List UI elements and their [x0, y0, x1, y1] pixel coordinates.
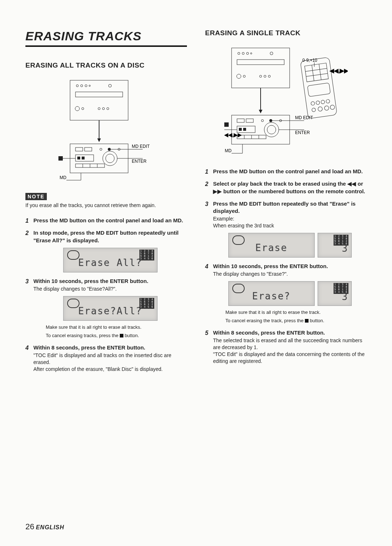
step-head: Press the MD button on the control panel… [213, 168, 363, 174]
svg-point-44 [264, 75, 266, 77]
svg-rect-52 [307, 83, 330, 97]
lcd-grid: 1 2 3 4 5 6 7 8 9 0 1 2 3 4 5 6 [139, 298, 154, 309]
svg-line-51 [306, 73, 327, 76]
right-column: ERASING A SINGLE TRACK [205, 29, 367, 378]
svg-rect-6 [75, 92, 123, 97]
svg-point-67 [261, 120, 264, 122]
rewff-icon: ◀◀,▶▶ [224, 132, 242, 138]
step-body: Example: When erasing the 3rd track [213, 215, 367, 229]
lcd-display-icon: Erase [228, 233, 315, 258]
svg-point-42 [243, 75, 245, 77]
step-number: 5 [205, 329, 208, 337]
step-footnote: To cancel erasing the track, press the b… [225, 318, 367, 324]
svg-rect-47 [305, 63, 328, 82]
svg-point-38 [250, 53, 252, 54]
lcd-grid: 1 2 3 4 5 6 7 8 9 0 1 2 3 4 5 6 [139, 250, 154, 260]
svg-point-73 [264, 122, 279, 137]
svg-point-59 [324, 106, 329, 111]
svg-point-23 [103, 151, 117, 166]
step-number: 3 [205, 200, 208, 208]
right-step-1: 1 Press the MD button on the control pan… [205, 168, 367, 175]
step-body: The display changes to "Erase?". [213, 271, 367, 278]
svg-point-43 [260, 75, 262, 77]
lcd-display-icon: 1 2 3 4 5 6 7 8 9 0 1 2 3 4 5 6 3 [318, 281, 352, 306]
svg-point-35 [238, 52, 240, 54]
step-head: Select or play back the track to be eras… [213, 181, 365, 194]
svg-rect-21 [77, 157, 80, 159]
left-step-2: 2 In stop mode, press the MD EDIT button… [25, 229, 187, 272]
svg-rect-40 [237, 60, 284, 65]
label-md-edit: MD EDIT [132, 144, 150, 149]
lcd-text: Erase? [232, 290, 311, 303]
svg-line-48 [312, 65, 314, 81]
lcd-number: 3 [342, 291, 348, 303]
stop-icon [224, 122, 229, 127]
step-number: 2 [25, 229, 29, 237]
step-body: "TOC Edit" is displayed and all tracks o… [33, 352, 187, 373]
step-number: 4 [25, 344, 29, 352]
right-diagram: 0-9,+10 ◀◀,▶▶ [224, 44, 348, 161]
step-head: In stop mode, press the MD EDIT button r… [33, 230, 179, 243]
label-enter: ENTER [132, 159, 147, 164]
svg-line-49 [319, 64, 321, 80]
foot-text: button. [310, 318, 324, 323]
right-subtitle: ERASING A SINGLE TRACK [205, 29, 367, 37]
stereo-remote-diagram-icon: 0-9,+10 ◀◀,▶▶ [224, 44, 348, 161]
right-step-4: 4 Within 10 seconds, press the ENTER but… [205, 263, 367, 324]
label-md: MD [60, 175, 66, 180]
right-step-3: 3 Press the MD EDIT button repeatedly so… [205, 200, 367, 258]
lcd-display-icon: 1 2 3 4 5 6 7 8 9 0 1 2 3 4 5 6 Erase Al… [63, 248, 158, 272]
svg-point-3 [85, 85, 87, 87]
disc-icon [67, 299, 79, 308]
lcd-display-icon: 1 2 3 4 5 6 7 8 9 0 1 2 3 4 5 6 Erase?Al… [63, 296, 158, 321]
left-step-1: 1 Press the MD button on the control pan… [25, 217, 187, 224]
label-enter: ENTER [295, 130, 310, 135]
svg-point-60 [330, 105, 335, 110]
step-head: Press the MD EDIT button repeatedly so t… [213, 201, 356, 214]
svg-point-58 [318, 106, 323, 112]
stereo-diagram-icon: MD EDIT ENTER MD [56, 77, 157, 186]
svg-rect-16 [85, 147, 92, 151]
label-numkeys: 0-9,+10 [302, 58, 317, 63]
manual-page: ERASING TRACKS ERASING ALL TRACKS ON A D… [0, 0, 392, 546]
svg-marker-63 [259, 110, 262, 113]
svg-rect-22 [82, 157, 85, 159]
svg-point-17 [100, 148, 102, 150]
svg-point-56 [326, 99, 330, 103]
svg-point-9 [98, 108, 100, 110]
left-step-3: 3 Within 10 seconds, press the ENTER but… [25, 278, 187, 339]
foot-text: To cancel erasing the track, press the [225, 318, 305, 323]
svg-point-41 [237, 74, 241, 78]
lcd-text: Erase [232, 242, 311, 255]
left-subtitle: ERASING ALL TRACKS ON A DISC [25, 61, 187, 69]
svg-point-55 [320, 100, 324, 104]
step-footnote: Make sure that it is all right to erase … [46, 324, 187, 331]
svg-rect-71 [239, 128, 242, 131]
rewff-icon: ◀◀,▶▶ [329, 68, 348, 74]
right-step-5: 5 Within 8 seconds, press the ENTER butt… [205, 329, 367, 365]
svg-point-74 [267, 125, 276, 134]
rew-icon: ◀◀ [347, 181, 356, 187]
svg-rect-66 [246, 119, 253, 122]
step-body: The selected track is erased and all the… [213, 337, 367, 365]
page-footer: 26 ENGLISH [25, 522, 64, 531]
step-number: 4 [205, 263, 208, 271]
foot-text: button. [124, 333, 139, 338]
svg-point-11 [107, 108, 109, 110]
ff-icon: ▶▶ [213, 188, 222, 194]
step-number: 2 [205, 180, 208, 188]
title-underline [25, 45, 187, 47]
svg-point-5 [109, 84, 111, 87]
svg-rect-15 [75, 147, 83, 151]
label-md: MD [225, 148, 232, 153]
svg-rect-72 [243, 128, 246, 131]
svg-rect-34 [232, 48, 290, 88]
right-steps: 1 Press the MD button on the control pan… [205, 168, 367, 365]
svg-rect-65 [237, 119, 244, 122]
svg-point-37 [246, 52, 249, 54]
label-md-edit: MD EDIT [295, 115, 313, 120]
lcd-number: 3 [342, 242, 348, 255]
svg-point-36 [242, 52, 244, 54]
page-title: ERASING TRACKS [25, 29, 187, 43]
right-step-2: 2 Select or play back the track to be er… [205, 180, 367, 195]
